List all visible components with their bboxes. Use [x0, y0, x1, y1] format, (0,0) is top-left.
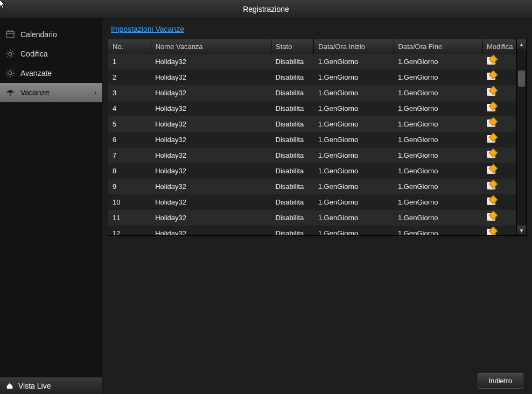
- cell-name: Holiday32: [151, 54, 271, 69]
- edit-icon[interactable]: [487, 229, 495, 235]
- body: Calendario Codifica Avanzate: [0, 18, 532, 394]
- cell-state: Disabilita: [271, 69, 314, 85]
- cell-state: Disabilita: [271, 85, 314, 101]
- cell-state: Disabilita: [271, 194, 314, 210]
- window: Registrazione Calendario Codifica: [0, 0, 532, 394]
- cell-name: Holiday32: [151, 194, 271, 210]
- edit-icon[interactable]: [487, 57, 495, 65]
- cell-end: 1.GenGiorno: [394, 116, 482, 132]
- cell-start: 1.GenGiorno: [314, 69, 394, 85]
- scroll-thumb[interactable]: [518, 71, 525, 87]
- edit-icon[interactable]: [487, 104, 495, 111]
- col-no[interactable]: No.: [108, 39, 151, 54]
- cell-state: Disabilita: [271, 132, 314, 147]
- window-title: Registrazione: [243, 5, 289, 13]
- scroll-track[interactable]: [517, 49, 526, 226]
- cell-start: 1.GenGiorno: [314, 163, 394, 179]
- col-start[interactable]: Data/Ora Inizio: [314, 39, 394, 54]
- svg-line-19: [12, 75, 13, 76]
- cell-no: 5: [108, 116, 151, 132]
- cell-no: 9: [108, 179, 151, 194]
- sidebar-item-label: Vacanze: [20, 88, 94, 97]
- sidebar-item-calendario[interactable]: Calendario: [0, 25, 102, 44]
- bottom-bar: Indietro: [478, 373, 523, 389]
- edit-icon[interactable]: [487, 182, 495, 189]
- cell-edit: [482, 179, 516, 194]
- cell-no: 1: [108, 54, 151, 69]
- cell-no: 3: [108, 85, 151, 101]
- cell-end: 1.GenGiorno: [394, 147, 482, 163]
- col-end[interactable]: Data/Ora Fine: [394, 39, 482, 54]
- edit-icon[interactable]: [487, 166, 495, 174]
- cell-start: 1.GenGiorno: [314, 147, 394, 163]
- sidebar-item-vacanze[interactable]: Vacanze ›: [0, 83, 102, 102]
- cell-edit: [482, 132, 516, 147]
- svg-point-13: [9, 72, 12, 75]
- col-edit[interactable]: Modifica: [482, 39, 516, 54]
- edit-icon[interactable]: [487, 213, 495, 221]
- umbrella-icon: [5, 88, 15, 97]
- col-name[interactable]: Nome Vacanza: [151, 39, 271, 54]
- gear-icon: [5, 49, 15, 59]
- table-row[interactable]: 10Holiday32Disabilita1.GenGiorno1.GenGio…: [108, 194, 516, 210]
- scroll-down-button[interactable]: ▼: [517, 226, 526, 235]
- table-row[interactable]: 1Holiday32Disabilita1.GenGiorno1.GenGior…: [108, 54, 516, 69]
- cell-edit: [482, 54, 516, 69]
- table-row[interactable]: 12Holiday32Disabilita1.GenGiorno1.GenGio…: [108, 226, 516, 235]
- table-header-row: No. Nome Vacanza Stato Data/Ora Inizio D…: [108, 39, 516, 54]
- svg-line-20: [8, 75, 9, 76]
- table-row[interactable]: 9Holiday32Disabilita1.GenGiorno1.GenGior…: [108, 179, 516, 194]
- vista-live-button[interactable]: Vista Live: [0, 377, 102, 394]
- cell-end: 1.GenGiorno: [394, 54, 482, 69]
- cell-edit: [482, 147, 516, 163]
- cell-no: 7: [108, 147, 151, 163]
- cell-edit: [482, 163, 516, 179]
- svg-line-9: [8, 51, 9, 52]
- table-row[interactable]: 2Holiday32Disabilita1.GenGiorno1.GenGior…: [108, 69, 516, 85]
- cell-start: 1.GenGiorno: [314, 54, 394, 69]
- cell-name: Holiday32: [151, 147, 271, 163]
- back-button[interactable]: Indietro: [478, 373, 523, 389]
- svg-rect-0: [6, 31, 14, 38]
- table-row[interactable]: 7Holiday32Disabilita1.GenGiorno1.GenGior…: [108, 147, 516, 163]
- cell-name: Holiday32: [151, 101, 271, 116]
- cell-state: Disabilita: [271, 163, 314, 179]
- edit-icon[interactable]: [487, 73, 495, 80]
- table-row[interactable]: 3Holiday32Disabilita1.GenGiorno1.GenGior…: [108, 85, 516, 101]
- cell-end: 1.GenGiorno: [394, 132, 482, 147]
- edit-icon[interactable]: [487, 151, 495, 158]
- svg-line-11: [8, 56, 9, 57]
- table-row[interactable]: 6Holiday32Disabilita1.GenGiorno1.GenGior…: [108, 132, 516, 147]
- table-row[interactable]: 11Holiday32Disabilita1.GenGiorno1.GenGio…: [108, 210, 516, 226]
- scrollbar[interactable]: ▲ ▼: [516, 39, 526, 235]
- edit-icon[interactable]: [487, 135, 495, 143]
- cell-name: Holiday32: [151, 69, 271, 85]
- calendar-icon: [5, 30, 15, 39]
- titlebar: Registrazione: [0, 0, 532, 18]
- cell-name: Holiday32: [151, 132, 271, 147]
- table-row[interactable]: 8Holiday32Disabilita1.GenGiorno1.GenGior…: [108, 163, 516, 179]
- cell-edit: [482, 226, 516, 235]
- cell-name: Holiday32: [151, 163, 271, 179]
- cell-no: 10: [108, 194, 151, 210]
- cell-start: 1.GenGiorno: [314, 226, 394, 235]
- cell-name: Holiday32: [151, 226, 271, 235]
- sidebar-item-label: Avanzate: [20, 69, 96, 78]
- table-row[interactable]: 5Holiday32Disabilita1.GenGiorno1.GenGior…: [108, 116, 516, 132]
- sidebar-item-avanzate[interactable]: Avanzate: [0, 64, 102, 83]
- cell-state: Disabilita: [271, 147, 314, 163]
- cell-end: 1.GenGiorno: [394, 85, 482, 101]
- cell-name: Holiday32: [151, 210, 271, 226]
- cell-no: 6: [108, 132, 151, 147]
- edit-icon[interactable]: [487, 198, 495, 205]
- scroll-up-button[interactable]: ▲: [517, 39, 526, 49]
- edit-icon[interactable]: [487, 119, 495, 127]
- col-state[interactable]: Stato: [271, 39, 314, 54]
- sidebar-item-codifica[interactable]: Codifica: [0, 44, 102, 64]
- cell-no: 8: [108, 163, 151, 179]
- section-title[interactable]: Impostazioni Vacanze: [111, 25, 527, 33]
- table-row[interactable]: 4Holiday32Disabilita1.GenGiorno1.GenGior…: [108, 101, 516, 116]
- main-panel: Impostazioni Vacanze No. Nome Vacanza St…: [102, 18, 532, 394]
- edit-icon[interactable]: [487, 88, 495, 96]
- cell-state: Disabilita: [271, 54, 314, 69]
